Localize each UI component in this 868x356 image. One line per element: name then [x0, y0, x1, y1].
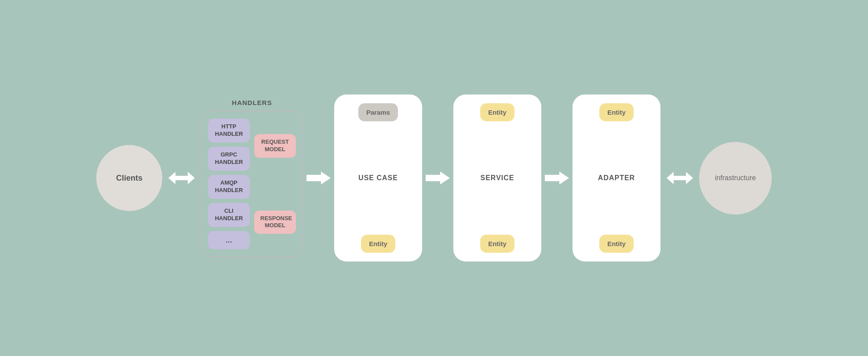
- service-adapter-arrow: [545, 169, 569, 187]
- infrastructure-label: infrastructure: [715, 174, 756, 182]
- right-arrow-icon: [306, 169, 331, 187]
- amqp-handler-btn: AMQPHANDLER: [208, 175, 250, 199]
- diagram-container: Clients HANDLERS HTTPHANDLER GRPCHANDLER…: [0, 0, 868, 356]
- response-model-btn: RESPONSEMODEL: [254, 211, 296, 234]
- clients-handlers-arrow: [168, 170, 195, 186]
- clients-label: Clients: [116, 174, 142, 183]
- handlers-group: HANDLERS HTTPHANDLER GRPCHANDLER AMQPHAN…: [201, 99, 303, 257]
- handlers-label: HANDLERS: [232, 99, 272, 106]
- http-handler-btn: HTTPHANDLER: [208, 119, 250, 142]
- service-box: Entity SERVICE Entity: [453, 94, 541, 262]
- use-case-box: Params USE CASE Entity: [334, 94, 422, 262]
- double-arrow-icon-2: [667, 170, 693, 186]
- svg-marker-1: [306, 171, 331, 184]
- main-layout: Clients HANDLERS HTTPHANDLER GRPCHANDLER…: [96, 94, 772, 262]
- service-label: SERVICE: [481, 174, 514, 182]
- svg-marker-2: [426, 171, 450, 184]
- adapter-bottom-entity: Entity: [599, 235, 634, 253]
- cli-handler-btn: CLIHANDLER: [208, 203, 250, 227]
- clients-node: Clients: [96, 145, 162, 211]
- adapter-top-entity: Entity: [599, 103, 634, 121]
- request-model-btn: REQUESTMODEL: [254, 134, 296, 158]
- use-case-label: USE CASE: [358, 174, 398, 182]
- more-handlers-btn: ...: [208, 231, 250, 249]
- svg-marker-3: [545, 171, 569, 184]
- handler-buttons-col: HTTPHANDLER GRPCHANDLER AMQPHANDLER CLIH…: [208, 119, 250, 249]
- adapter-box: Entity ADAPTER Entity: [573, 94, 660, 262]
- grpc-handler-btn: GRPCHANDLER: [208, 147, 250, 171]
- svg-marker-0: [168, 172, 195, 184]
- svg-marker-4: [667, 172, 693, 184]
- service-bottom-entity: Entity: [480, 235, 514, 253]
- usecase-service-arrow: [426, 169, 450, 187]
- infrastructure-node: infrastructure: [699, 142, 772, 214]
- right-arrow-icon-3: [545, 169, 569, 187]
- handlers-usecase-arrow: [306, 169, 331, 187]
- use-case-bottom-entity: Entity: [361, 235, 395, 253]
- models-col: REQUESTMODEL RESPONSEMODEL: [254, 134, 296, 234]
- double-arrow-icon: [168, 170, 195, 186]
- service-top-entity: Entity: [480, 103, 514, 121]
- right-arrow-icon-2: [426, 169, 450, 187]
- params-pill: Params: [358, 103, 398, 121]
- adapter-label: ADAPTER: [598, 174, 635, 182]
- handlers-border: HTTPHANDLER GRPCHANDLER AMQPHANDLER CLIH…: [201, 111, 303, 257]
- adapter-infra-arrow: [667, 170, 693, 186]
